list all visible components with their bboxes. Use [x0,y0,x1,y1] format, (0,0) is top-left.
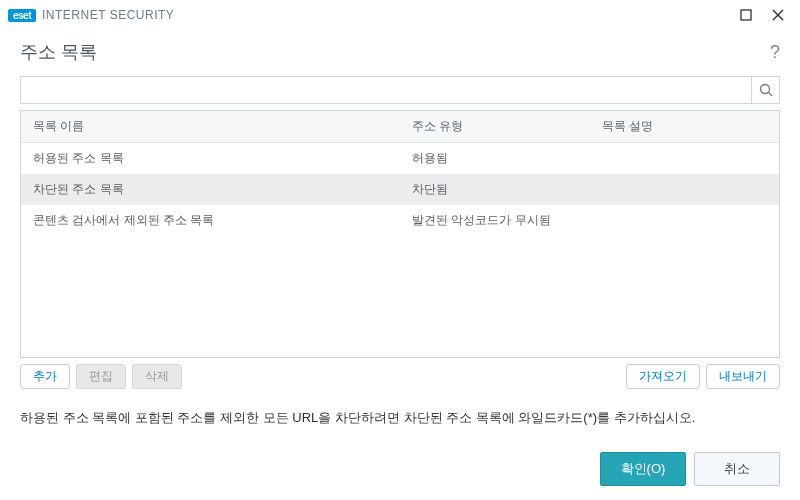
table-row[interactable]: 허용된 주소 목록허용됨 [21,143,779,174]
titlebar-left: eset INTERNET SECURITY [8,8,174,22]
svg-line-4 [768,93,772,97]
help-icon[interactable]: ? [770,42,780,63]
cell-name: 차단된 주소 목록 [21,174,400,205]
titlebar: eset INTERNET SECURITY [0,0,800,30]
eset-logo: eset [8,9,36,22]
delete-button[interactable]: 삭제 [132,364,182,389]
header: 주소 목록 ? [0,30,800,76]
action-bar: 추가 편집 삭제 가져오기 내보내기 [20,364,780,389]
cell-name: 허용된 주소 목록 [21,143,400,174]
table-body: 허용된 주소 목록허용됨차단된 주소 목록차단됨콘텐츠 검사에서 제외된 주소 … [21,143,779,236]
search-button[interactable] [751,77,779,103]
cancel-button[interactable]: 취소 [694,452,780,486]
column-desc[interactable]: 목록 설명 [590,111,780,142]
cell-desc [590,143,780,174]
cell-type: 허용됨 [400,143,590,174]
ok-button[interactable]: 확인(O) [600,452,686,486]
svg-point-3 [760,85,769,94]
export-button[interactable]: 내보내기 [706,364,780,389]
close-icon[interactable] [772,9,784,21]
product-name: INTERNET SECURITY [42,8,174,22]
cell-desc [590,205,780,236]
hint-text: 하용된 주소 목록에 포함된 주소를 제외한 모든 URL을 차단하려면 차단된… [0,389,800,427]
table-row[interactable]: 차단된 주소 목록차단됨 [21,174,779,205]
svg-rect-0 [741,10,751,20]
edit-button[interactable]: 편집 [76,364,126,389]
maximize-icon[interactable] [740,9,752,21]
cell-type: 차단됨 [400,174,590,205]
column-name[interactable]: 목록 이름 [21,111,400,142]
address-list-table: 목록 이름 주소 유형 목록 설명 허용된 주소 목록허용됨차단된 주소 목록차… [20,110,780,358]
import-button[interactable]: 가져오기 [626,364,700,389]
search-icon [759,83,773,97]
cell-desc [590,174,780,205]
table-header: 목록 이름 주소 유형 목록 설명 [21,111,779,143]
footer: 확인(O) 취소 [0,438,800,500]
cell-name: 콘텐츠 검사에서 제외된 주소 목록 [21,205,400,236]
search-input[interactable] [21,83,751,98]
add-button[interactable]: 추가 [20,364,70,389]
search-bar [20,76,780,104]
page-title: 주소 목록 [20,40,97,64]
cell-type: 발견된 악성코드가 무시됨 [400,205,590,236]
window-controls [740,9,792,21]
column-type[interactable]: 주소 유형 [400,111,590,142]
table-row[interactable]: 콘텐츠 검사에서 제외된 주소 목록발견된 악성코드가 무시됨 [21,205,779,236]
